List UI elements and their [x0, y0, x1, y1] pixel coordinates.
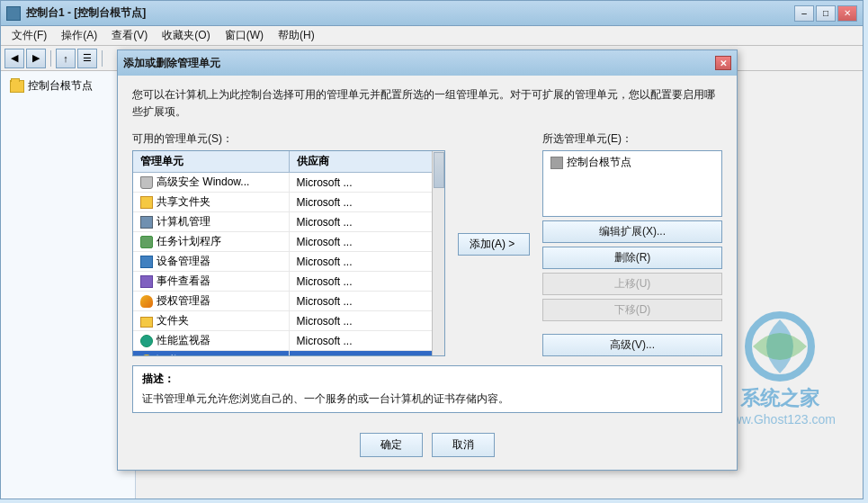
- right-panel-label: 所选管理单元(E)：: [542, 131, 722, 147]
- list-item[interactable]: 性能监视器 Microsoft ...: [133, 331, 444, 351]
- snapin-vendor-cell: Microsoft ...: [290, 293, 445, 310]
- snapin-name-cell: 事件查看器: [133, 272, 290, 291]
- snapin-name-cell: 性能监视器: [133, 331, 290, 350]
- sidebar-item-root[interactable]: 控制台根节点: [4, 75, 131, 97]
- left-panel-label: 可用的管理单元(S)：: [132, 131, 445, 147]
- edit-extension-button[interactable]: 编辑扩展(X)...: [542, 220, 722, 243]
- list-item[interactable]: 授权管理器 Microsoft ...: [133, 292, 444, 311]
- computer-icon: [140, 216, 153, 229]
- ok-button[interactable]: 确定: [360, 433, 423, 457]
- snapin-name-cell: 授权管理器: [133, 292, 290, 310]
- watermark-logo: [744, 310, 816, 382]
- snapin-vendor-cell: Microsoft ...: [290, 175, 445, 191]
- move-down-button[interactable]: 下移(D): [542, 299, 722, 321]
- scrollbar[interactable]: [432, 151, 444, 355]
- middle-buttons: 添加(A) >: [452, 131, 535, 356]
- task-icon: [140, 236, 153, 248]
- snapin-name-cell: 共享文件夹: [133, 193, 290, 211]
- show-hide-button[interactable]: ☰: [77, 49, 97, 68]
- dialog-close-button[interactable]: ✕: [715, 56, 731, 70]
- menu-favorites[interactable]: 收藏夹(O): [155, 26, 217, 45]
- description-text: 证书管理单元允许您浏览自己的、一个服务的或一台计算机的证书存储内容。: [142, 391, 712, 407]
- watermark-text2: www.Ghost123.com: [724, 412, 837, 427]
- snapin-name-cell: 证书: [133, 351, 290, 355]
- title-bar: 控制台1 - [控制台根节点] – □ ✕: [1, 1, 863, 26]
- app-icon: [6, 6, 21, 21]
- advanced-button[interactable]: 高级(V)...: [542, 334, 722, 356]
- forward-button[interactable]: ▶: [26, 49, 46, 68]
- menu-help[interactable]: 帮助(H): [271, 26, 322, 45]
- snapin-name-cell: 设备管理器: [133, 252, 290, 271]
- perf-icon: [140, 335, 153, 347]
- window-title: 控制台1 - [控制台根节点]: [26, 5, 146, 21]
- left-panel: 可用的管理单元(S)： 管理单元 供应商 高级安全 Window...: [132, 131, 445, 356]
- list-header: 管理单元 供应商: [133, 151, 444, 173]
- snapin-vendor-cell: Microsoft ...: [290, 313, 445, 329]
- list-item[interactable]: 事件查看器 Microsoft ...: [133, 272, 444, 292]
- scroll-thumb[interactable]: [434, 152, 444, 188]
- toolbar-separator: [50, 50, 51, 67]
- menu-window[interactable]: 窗口(W): [218, 26, 271, 45]
- right-list-item[interactable]: 控制台根节点: [543, 151, 721, 174]
- event-icon: [140, 275, 153, 288]
- snapin-name-cell: 计算机管理: [133, 212, 290, 231]
- sidebar: 控制台根节点: [1, 71, 136, 499]
- back-button[interactable]: ◀: [4, 49, 24, 68]
- list-item[interactable]: 共享文件夹 Microsoft ...: [133, 193, 444, 212]
- list-item[interactable]: 计算机管理 Microsoft ...: [133, 212, 444, 232]
- list-item[interactable]: 设备管理器 Microsoft ...: [133, 252, 444, 272]
- minimize-button[interactable]: –: [794, 5, 814, 22]
- right-panel: 所选管理单元(E)： 控制台根节点 编辑扩展(X)... 删除(R) 上移(U)…: [542, 131, 722, 356]
- dialog-description: 您可以在计算机上为此控制台选择可用的管理单元并配置所选的一组管理单元。对于可扩展…: [132, 86, 722, 121]
- list-item[interactable]: 高级安全 Window... Microsoft ...: [133, 173, 444, 193]
- menu-bar: 文件(F) 操作(A) 查看(V) 收藏夹(O) 窗口(W) 帮助(H): [1, 26, 863, 46]
- snapin-name-cell: 文件夹: [133, 311, 290, 330]
- list-item-cert[interactable]: 证书: [133, 351, 444, 355]
- right-item-label: 控制台根节点: [567, 155, 631, 170]
- snapin-name-cell: 任务计划程序: [133, 232, 290, 251]
- snapin-vendor-cell: Microsoft ...: [290, 274, 445, 290]
- title-controls: – □ ✕: [794, 5, 857, 22]
- right-buttons: 编辑扩展(X)... 删除(R) 上移(U) 下移(D) 高级(V)...: [542, 220, 722, 356]
- watermark: 系统之家 www.Ghost123.com: [724, 310, 837, 427]
- description-area: 描述： 证书管理单元允许您浏览自己的、一个服务的或一台计算机的证书存储内容。: [132, 365, 722, 413]
- selected-snapin-list[interactable]: 控制台根节点: [542, 150, 722, 217]
- snapin-vendor-cell: Microsoft ...: [290, 254, 445, 270]
- close-button[interactable]: ✕: [837, 5, 857, 22]
- list-item[interactable]: 任务计划程序 Microsoft ...: [133, 232, 444, 252]
- snapin-list[interactable]: 管理单元 供应商 高级安全 Window... Microsoft ...: [132, 150, 445, 356]
- folder-icon: [10, 80, 24, 93]
- description-label: 描述：: [142, 372, 712, 387]
- snapin-name-cell: 高级安全 Window...: [133, 173, 290, 192]
- cancel-button[interactable]: 取消: [432, 433, 495, 457]
- menu-view[interactable]: 查看(V): [104, 26, 155, 45]
- maximize-button[interactable]: □: [816, 5, 836, 22]
- col-vendor: 供应商: [290, 151, 445, 172]
- add-remove-snapin-dialog: 添加或删除管理单元 ✕ 您可以在计算机上为此控制台选择可用的管理单元并配置所选的…: [117, 49, 738, 471]
- move-up-button[interactable]: 上移(U): [542, 273, 722, 295]
- dialog-title: 添加或删除管理单元: [123, 56, 220, 71]
- cert-icon: [140, 355, 153, 356]
- add-button[interactable]: 添加(A) >: [458, 233, 530, 256]
- device-icon: [140, 256, 153, 268]
- dialog-footer: 确定 取消: [118, 424, 737, 470]
- title-bar-left: 控制台1 - [控制台根节点]: [6, 5, 146, 21]
- dialog-body: 您可以在计算机上为此控制台选择可用的管理单元并配置所选的一组管理单元。对于可扩展…: [118, 76, 737, 424]
- list-item[interactable]: 文件夹 Microsoft ...: [133, 311, 444, 331]
- snapin-vendor-cell: Microsoft ...: [290, 234, 445, 250]
- shield-icon: [140, 176, 153, 189]
- watermark-text1: 系统之家: [724, 385, 837, 412]
- sidebar-item-label: 控制台根节点: [28, 78, 93, 94]
- delete-button[interactable]: 删除(R): [542, 247, 722, 269]
- dialog-panels: 可用的管理单元(S)： 管理单元 供应商 高级安全 Window...: [132, 131, 722, 356]
- menu-action[interactable]: 操作(A): [54, 26, 104, 45]
- col-snapin: 管理单元: [133, 151, 290, 172]
- svg-point-0: [748, 315, 811, 378]
- up-button[interactable]: ↑: [56, 49, 76, 68]
- menu-file[interactable]: 文件(F): [4, 26, 54, 45]
- snapin-vendor-cell: Microsoft ...: [290, 214, 445, 230]
- share-icon: [140, 196, 153, 209]
- auth-icon: [140, 295, 153, 308]
- snapin-vendor-cell: Microsoft ...: [290, 333, 445, 349]
- toolbar-separator2: [102, 50, 103, 67]
